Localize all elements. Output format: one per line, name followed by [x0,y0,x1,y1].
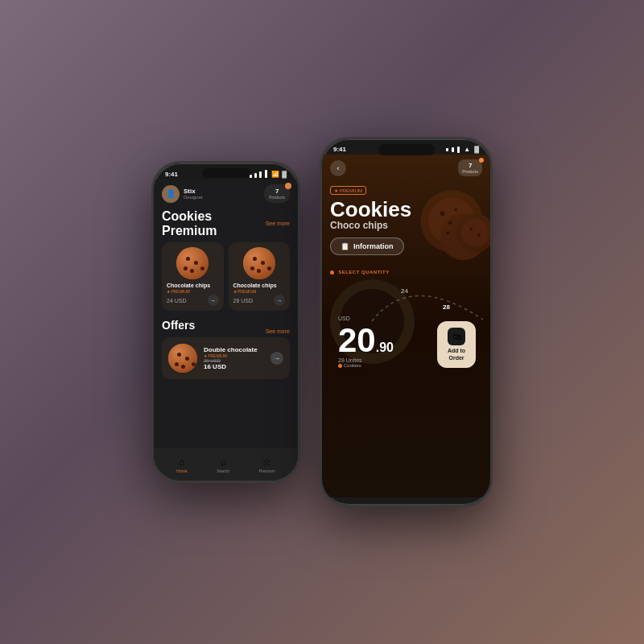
quantity-section: SELECT QUANTITY 24 28 32 [322,265,490,376]
quantity-label: SELECT QUANTITY [330,270,482,275]
nav-premium[interactable]: ☆ Premium [259,456,275,473]
product-name-1: Chocolate chips [167,283,219,288]
quantity-dot [330,270,334,275]
info-icon: 📋 [341,242,349,250]
wifi-icon: 📶 [271,171,279,178]
cart-count-1: 7 [269,188,285,195]
qty-24: 24 [401,287,408,295]
product-badge-1: ★ PREMIUM [167,289,219,294]
premium-tag: ★ PREMIUM [330,186,366,195]
detail-cart-count: 7 [462,162,478,169]
user-role: Designer [184,195,203,200]
info-button-label: Information [353,242,394,250]
cookie-img-1 [176,247,208,279]
time-2: 9:41 [333,146,346,153]
see-more-btn-1[interactable]: See more [266,221,290,226]
home-screen-content: 👤 Stix Designer 7 Products Cookies Premi… [154,180,298,474]
price-category-row: Cookies [338,363,394,368]
bottom-nav: ⌂ Home ⌕ Search ☆ Premium [154,448,298,474]
product-cards: Chocolate chips ★ PREMIUM 24 USD → Choco… [162,242,290,311]
premium-icon: ☆ [262,456,271,468]
see-more-btn-2[interactable]: See more [266,328,290,334]
offer-cookie-img [168,344,197,373]
user-info: 👤 Stix Designer [162,185,203,203]
detail-cart-badge[interactable]: 7 Products [458,159,482,176]
battery-icon: ▓ [282,171,287,178]
cookies-title: Cookies [162,209,217,224]
notch-2 [378,144,435,155]
product-price-2: 28 USD [233,298,254,303]
price-amount-row: 20 .90 [338,324,394,357]
detail-header: ‹ 7 Products [322,155,490,181]
notch [202,168,250,178]
offer-card[interactable]: Double chocolate ★ PREMIUM 20 USD 16 USD… [162,337,290,379]
price-whole: 20 [338,324,376,357]
user-text: Stix Designer [184,188,203,200]
qty-28-active: 28 [443,303,450,311]
add-to-order-icon: 🛍 [448,328,465,345]
status-icons-2: ▲ ▓ [445,146,479,153]
user-name: Stix [184,188,203,195]
premium-label-area: ★ PREMIUM [322,181,490,196]
offers-title: Offers [162,319,195,332]
detail-screen: ‹ 7 Products ★ PREMIUM Cookies Choco chi… [322,155,490,497]
svg-point-7 [446,231,449,234]
info-button[interactable]: 📋 Information [330,237,404,255]
back-button[interactable]: ‹ [330,160,346,176]
product-card-2[interactable]: Chocolate chips ★ PREMIUM 28 USD → [229,242,291,311]
nav-premium-label: Premium [259,469,275,473]
price-cents: .90 [376,341,394,355]
battery-icon-2: ▓ [474,146,479,153]
price-category-dot [338,364,342,368]
detail-sub-name: Choco chips [330,220,482,231]
product-name-2: Chocolate chips [233,283,286,288]
price-category: Cookies [344,363,361,368]
section-title: Cookies Premium [162,209,217,237]
nav-search-label: Search [217,469,229,473]
cart-badge-1[interactable]: 7 Products [264,184,290,203]
cookies-section-header: Cookies Premium See more [162,209,290,237]
product-price-row-1: 24 USD → [167,295,219,306]
offer-name: Double chocolate [204,346,264,353]
price-currency: USD [338,316,350,321]
detail-cart-label: Products [462,169,478,174]
home-icon: ⌂ [179,456,184,468]
product-badge-2: ★ PREMIUM [233,289,286,294]
offers-section: Offers See more Double chocolate ★ PREMI… [162,317,290,379]
home-header: 👤 Stix Designer 7 Products [162,184,290,203]
price-display: USD 20 .90 28 Unites Cookies [338,309,394,368]
cookies-subtitle: Premium [162,224,217,238]
phone-detail: 9:41 ▲ ▓ [320,137,493,507]
detail-screen-content: ‹ 7 Products ★ PREMIUM Cookies Choco chi… [322,155,490,497]
detail-cart-dot [479,158,484,163]
product-arrow-2[interactable]: → [274,295,285,306]
nav-home[interactable]: ⌂ Home [176,456,187,473]
wifi-icon-2: ▲ [464,146,470,153]
add-to-order-label: Add to Order [442,348,471,361]
nav-home-label: Home [176,469,187,473]
offer-info: Double chocolate ★ PREMIUM 20 USD 16 USD [204,346,264,370]
product-card-1[interactable]: Chocolate chips ★ PREMIUM 24 USD → [162,242,224,311]
time-1: 9:41 [165,171,178,178]
detail-product-name-area: Cookies Choco chips [322,199,490,231]
quantity-area: 24 28 32 USD 20 .90 28 Unites [330,279,482,376]
cart-dot-1 [285,183,291,189]
cart-label-1: Products [269,195,285,200]
signal-icon [249,170,267,178]
phone-home: 9:41 📶 ▓ 👤 Stix Designer [151,161,300,483]
search-icon: ⌕ [221,456,226,468]
status-icons-1: 📶 ▓ [249,170,287,178]
product-arrow-1[interactable]: → [208,295,219,306]
add-to-order-button[interactable]: 🛍 Add to Order [437,321,476,368]
avatar: 👤 [162,185,180,203]
cookie-img-2 [243,247,275,279]
nav-search[interactable]: ⌕ Search [217,456,229,473]
product-price-1: 24 USD [167,298,187,303]
svg-point-12 [477,233,481,237]
product-price-row-2: 28 USD → [233,295,286,306]
home-screen: 👤 Stix Designer 7 Products Cookies Premi… [154,180,298,474]
offer-new-price: 16 USD [204,363,264,370]
offer-arrow[interactable]: → [270,352,283,365]
detail-main-name: Cookies [330,199,482,220]
